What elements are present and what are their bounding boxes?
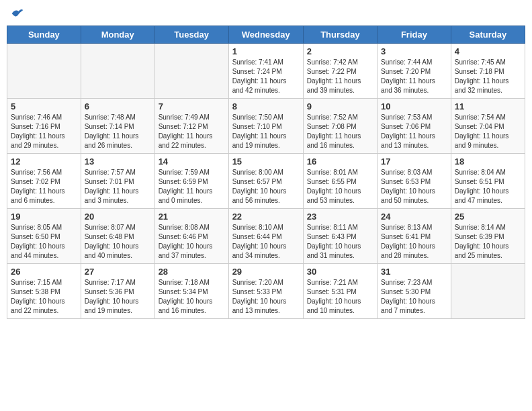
calendar-cell: 5Sunrise: 7:46 AM Sunset: 7:16 PM Daylig… bbox=[7, 99, 81, 154]
calendar-cell: 11Sunrise: 7:54 AM Sunset: 7:04 PM Dayli… bbox=[451, 99, 525, 154]
day-info: Sunrise: 8:03 AM Sunset: 6:53 PM Dayligh… bbox=[381, 168, 447, 205]
calendar-cell: 1Sunrise: 7:41 AM Sunset: 7:24 PM Daylig… bbox=[228, 44, 303, 99]
calendar-cell bbox=[7, 44, 81, 99]
calendar-week-row: 5Sunrise: 7:46 AM Sunset: 7:16 PM Daylig… bbox=[7, 99, 525, 154]
day-info: Sunrise: 7:18 AM Sunset: 5:34 PM Dayligh… bbox=[159, 278, 225, 316]
page-header bbox=[7, 7, 525, 20]
day-info: Sunrise: 8:04 AM Sunset: 6:51 PM Dayligh… bbox=[455, 168, 521, 205]
day-number: 27 bbox=[85, 267, 151, 277]
calendar-cell: 23Sunrise: 8:11 AM Sunset: 6:43 PM Dayli… bbox=[303, 209, 377, 264]
calendar-cell: 30Sunrise: 7:21 AM Sunset: 5:31 PM Dayli… bbox=[303, 264, 377, 319]
calendar-cell: 21Sunrise: 8:08 AM Sunset: 6:46 PM Dayli… bbox=[154, 209, 228, 264]
day-number: 26 bbox=[11, 267, 77, 277]
day-header-friday: Friday bbox=[378, 26, 451, 44]
logo bbox=[9, 7, 24, 20]
day-number: 29 bbox=[232, 267, 300, 277]
calendar-cell: 17Sunrise: 8:03 AM Sunset: 6:53 PM Dayli… bbox=[378, 154, 451, 209]
day-info: Sunrise: 7:42 AM Sunset: 7:22 PM Dayligh… bbox=[307, 58, 373, 95]
day-info: Sunrise: 7:23 AM Sunset: 5:30 PM Dayligh… bbox=[381, 278, 447, 316]
day-number: 19 bbox=[11, 212, 77, 222]
day-info: Sunrise: 7:52 AM Sunset: 7:08 PM Dayligh… bbox=[307, 113, 373, 150]
day-info: Sunrise: 7:20 AM Sunset: 5:33 PM Dayligh… bbox=[232, 278, 300, 316]
day-info: Sunrise: 8:05 AM Sunset: 6:50 PM Dayligh… bbox=[11, 223, 77, 261]
day-number: 1 bbox=[232, 46, 300, 56]
day-number: 4 bbox=[455, 46, 521, 56]
calendar-cell: 2Sunrise: 7:42 AM Sunset: 7:22 PM Daylig… bbox=[303, 44, 377, 99]
day-header-thursday: Thursday bbox=[303, 26, 377, 44]
day-info: Sunrise: 7:57 AM Sunset: 7:01 PM Dayligh… bbox=[85, 168, 151, 205]
day-number: 15 bbox=[232, 156, 300, 167]
day-number: 23 bbox=[307, 212, 373, 222]
calendar-cell: 29Sunrise: 7:20 AM Sunset: 5:33 PM Dayli… bbox=[228, 264, 303, 319]
day-number: 24 bbox=[381, 212, 447, 222]
calendar-cell: 27Sunrise: 7:17 AM Sunset: 5:36 PM Dayli… bbox=[81, 264, 154, 319]
day-info: Sunrise: 7:50 AM Sunset: 7:10 PM Dayligh… bbox=[232, 113, 300, 150]
day-info: Sunrise: 7:48 AM Sunset: 7:14 PM Dayligh… bbox=[85, 113, 151, 150]
day-info: Sunrise: 8:14 AM Sunset: 6:39 PM Dayligh… bbox=[455, 223, 521, 261]
calendar-cell: 4Sunrise: 7:45 AM Sunset: 7:18 PM Daylig… bbox=[451, 44, 525, 99]
day-info: Sunrise: 8:00 AM Sunset: 6:57 PM Dayligh… bbox=[232, 168, 300, 205]
day-number: 18 bbox=[455, 156, 521, 167]
calendar-cell: 3Sunrise: 7:44 AM Sunset: 7:20 PM Daylig… bbox=[378, 44, 451, 99]
calendar-cell bbox=[451, 264, 525, 319]
day-info: Sunrise: 7:59 AM Sunset: 6:59 PM Dayligh… bbox=[159, 168, 225, 205]
day-number: 11 bbox=[455, 101, 521, 111]
calendar-cell: 6Sunrise: 7:48 AM Sunset: 7:14 PM Daylig… bbox=[81, 99, 154, 154]
day-number: 17 bbox=[381, 156, 447, 167]
day-number: 31 bbox=[381, 267, 447, 277]
calendar-cell: 19Sunrise: 8:05 AM Sunset: 6:50 PM Dayli… bbox=[7, 209, 81, 264]
day-number: 14 bbox=[159, 156, 225, 167]
calendar-cell: 28Sunrise: 7:18 AM Sunset: 5:34 PM Dayli… bbox=[154, 264, 228, 319]
calendar-table: SundayMondayTuesdayWednesdayThursdayFrid… bbox=[7, 26, 525, 319]
calendar-cell: 7Sunrise: 7:49 AM Sunset: 7:12 PM Daylig… bbox=[154, 99, 228, 154]
day-number: 10 bbox=[381, 101, 447, 111]
calendar-cell: 16Sunrise: 8:01 AM Sunset: 6:55 PM Dayli… bbox=[303, 154, 377, 209]
calendar-cell: 14Sunrise: 7:59 AM Sunset: 6:59 PM Dayli… bbox=[154, 154, 228, 209]
calendar-cell: 13Sunrise: 7:57 AM Sunset: 7:01 PM Dayli… bbox=[81, 154, 154, 209]
day-info: Sunrise: 8:08 AM Sunset: 6:46 PM Dayligh… bbox=[159, 223, 225, 261]
day-info: Sunrise: 7:21 AM Sunset: 5:31 PM Dayligh… bbox=[307, 278, 373, 316]
day-number: 9 bbox=[307, 101, 373, 111]
day-number: 30 bbox=[307, 267, 373, 277]
day-number: 25 bbox=[455, 212, 521, 222]
day-info: Sunrise: 7:56 AM Sunset: 7:02 PM Dayligh… bbox=[11, 168, 77, 205]
day-number: 7 bbox=[159, 101, 225, 111]
calendar-cell bbox=[81, 44, 154, 99]
day-info: Sunrise: 7:54 AM Sunset: 7:04 PM Dayligh… bbox=[455, 113, 521, 150]
day-info: Sunrise: 8:13 AM Sunset: 6:41 PM Dayligh… bbox=[381, 223, 447, 261]
calendar-week-row: 26Sunrise: 7:15 AM Sunset: 5:38 PM Dayli… bbox=[7, 264, 525, 319]
day-header-wednesday: Wednesday bbox=[228, 26, 303, 44]
day-header-monday: Monday bbox=[81, 26, 154, 44]
day-number: 20 bbox=[85, 212, 151, 222]
day-number: 28 bbox=[159, 267, 225, 277]
calendar-week-row: 19Sunrise: 8:05 AM Sunset: 6:50 PM Dayli… bbox=[7, 209, 525, 264]
calendar-cell: 25Sunrise: 8:14 AM Sunset: 6:39 PM Dayli… bbox=[451, 209, 525, 264]
calendar-cell: 24Sunrise: 8:13 AM Sunset: 6:41 PM Dayli… bbox=[378, 209, 451, 264]
day-info: Sunrise: 7:17 AM Sunset: 5:36 PM Dayligh… bbox=[85, 278, 151, 316]
day-number: 2 bbox=[307, 46, 373, 56]
calendar-cell: 26Sunrise: 7:15 AM Sunset: 5:38 PM Dayli… bbox=[7, 264, 81, 319]
day-number: 6 bbox=[85, 101, 151, 111]
day-number: 8 bbox=[232, 101, 300, 111]
calendar-week-row: 1Sunrise: 7:41 AM Sunset: 7:24 PM Daylig… bbox=[7, 44, 525, 99]
day-header-saturday: Saturday bbox=[451, 26, 525, 44]
day-info: Sunrise: 8:11 AM Sunset: 6:43 PM Dayligh… bbox=[307, 223, 373, 261]
day-info: Sunrise: 8:07 AM Sunset: 6:48 PM Dayligh… bbox=[85, 223, 151, 261]
calendar-cell: 8Sunrise: 7:50 AM Sunset: 7:10 PM Daylig… bbox=[228, 99, 303, 154]
day-number: 12 bbox=[11, 156, 77, 167]
calendar-cell: 31Sunrise: 7:23 AM Sunset: 5:30 PM Dayli… bbox=[378, 264, 451, 319]
day-number: 13 bbox=[85, 156, 151, 167]
calendar-cell bbox=[154, 44, 228, 99]
calendar-cell: 22Sunrise: 8:10 AM Sunset: 6:44 PM Dayli… bbox=[228, 209, 303, 264]
calendar-cell: 18Sunrise: 8:04 AM Sunset: 6:51 PM Dayli… bbox=[451, 154, 525, 209]
day-info: Sunrise: 8:01 AM Sunset: 6:55 PM Dayligh… bbox=[307, 168, 373, 205]
day-info: Sunrise: 7:46 AM Sunset: 7:16 PM Dayligh… bbox=[11, 113, 77, 150]
day-number: 3 bbox=[381, 46, 447, 56]
day-info: Sunrise: 7:45 AM Sunset: 7:18 PM Dayligh… bbox=[455, 58, 521, 95]
day-number: 22 bbox=[232, 212, 300, 222]
day-info: Sunrise: 8:10 AM Sunset: 6:44 PM Dayligh… bbox=[232, 223, 300, 261]
day-number: 5 bbox=[11, 101, 77, 111]
logo-bird-icon bbox=[11, 7, 24, 20]
day-info: Sunrise: 7:44 AM Sunset: 7:20 PM Dayligh… bbox=[381, 58, 447, 95]
day-info: Sunrise: 7:15 AM Sunset: 5:38 PM Dayligh… bbox=[11, 278, 77, 316]
